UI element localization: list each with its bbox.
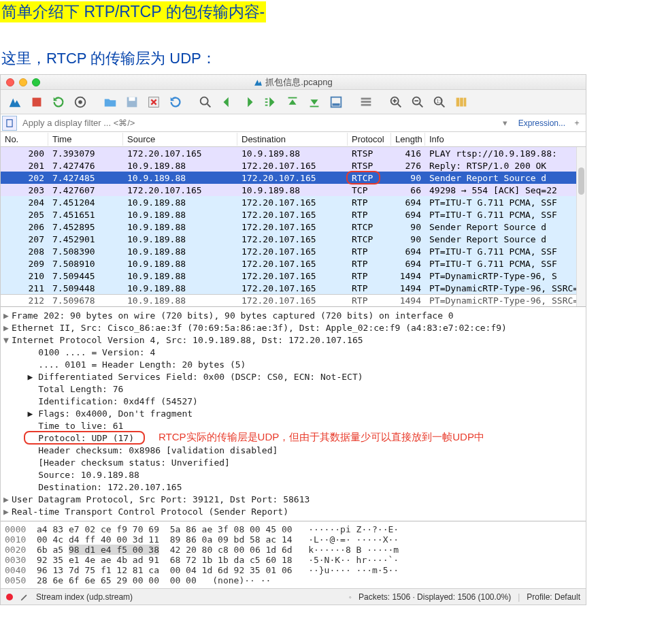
- edit-icon[interactable]: [20, 592, 29, 602]
- go-first-button[interactable]: [282, 92, 303, 112]
- zoom-out-button[interactable]: [407, 92, 428, 112]
- packet-list[interactable]: 2007.393079172.20.107.16510.9.189.88RTSP…: [1, 147, 586, 306]
- article-heading-1: 简单介绍下 RTP/RTCP 的包传输内容-: [0, 1, 266, 22]
- go-last-button[interactable]: [304, 92, 324, 112]
- detail-line[interactable]: [Header checksum status: Unverified]: [3, 457, 586, 469]
- auto-scroll-button[interactable]: [326, 92, 346, 112]
- svg-rect-8: [265, 101, 268, 103]
- col-protocol[interactable]: Protocol: [348, 133, 391, 146]
- hex-line[interactable]: 0010 00 4c d4 ff 40 00 3d 11 89 86 0a 09…: [5, 534, 582, 545]
- svg-rect-10: [288, 97, 297, 98]
- detail-line[interactable]: ▶ Differentiated Services Field: 0x00 (D…: [3, 371, 586, 383]
- packet-details-pane[interactable]: ▶ Frame 202: 90 bytes on wire (720 bits)…: [1, 306, 586, 521]
- svg-rect-15: [361, 101, 371, 103]
- svg-point-6: [201, 97, 208, 104]
- table-row[interactable]: 2087.50839010.9.189.88172.20.107.165RTP6…: [1, 245, 586, 257]
- start-capture-button[interactable]: [5, 92, 25, 112]
- col-source[interactable]: Source: [123, 133, 237, 146]
- capture-options-button[interactable]: [70, 92, 90, 112]
- status-bullet-icon: ◦: [349, 592, 352, 602]
- table-row[interactable]: 2027.42748510.9.189.88172.20.107.165RTCP…: [1, 172, 586, 184]
- detail-line[interactable]: Header checksum: 0x8986 [validation disa…: [3, 445, 586, 457]
- detail-line[interactable]: ▶ User Datagram Protocol, Src Port: 3912…: [3, 494, 586, 506]
- zoom-reset-button[interactable]: 1:1: [429, 92, 450, 112]
- svg-rect-13: [333, 103, 340, 106]
- add-filter-button[interactable]: ＋: [571, 117, 583, 129]
- save-file-button[interactable]: [122, 92, 142, 112]
- table-row[interactable]: 2017.42747610.9.189.88172.20.107.165RTSP…: [1, 159, 586, 172]
- svg-point-2: [78, 100, 82, 104]
- hex-line[interactable]: 0040 96 13 7d 75 f1 12 81 ca 00 04 1d 6d…: [5, 565, 582, 575]
- svg-rect-9: [265, 104, 268, 106]
- go-back-button[interactable]: [217, 92, 237, 112]
- packet-list-header[interactable]: No. Time Source Destination Protocol Len…: [1, 132, 586, 147]
- detail-line[interactable]: 0100 .... = Version: 4: [3, 347, 586, 359]
- status-packets: Packets: 1506 · Displayed: 1506 (100.0%): [359, 592, 511, 602]
- table-row[interactable]: 2057.45165110.9.189.88172.20.107.165RTP6…: [1, 208, 586, 221]
- detail-line[interactable]: ▶ Flags: 0x4000, Don't fragment: [3, 408, 586, 420]
- open-file-button[interactable]: [100, 92, 120, 112]
- table-row[interactable]: 2097.50891010.9.189.88172.20.107.165RTP6…: [1, 257, 586, 270]
- detail-line[interactable]: ▶ Frame 202: 90 bytes on wire (720 bits)…: [3, 310, 586, 322]
- col-length[interactable]: Length: [391, 133, 425, 146]
- restart-capture-button[interactable]: [48, 92, 69, 112]
- display-filter-bar: ▾ Expression... ＋: [1, 114, 586, 132]
- table-row[interactable]: 2077.45290110.9.189.88172.20.107.165RTCP…: [1, 233, 586, 245]
- display-filter-input[interactable]: [18, 116, 499, 130]
- col-info[interactable]: Info: [425, 133, 586, 146]
- packet-list-scrollbar[interactable]: [576, 147, 586, 306]
- go-forward-button[interactable]: [239, 92, 259, 112]
- col-time[interactable]: Time: [48, 133, 123, 146]
- col-no[interactable]: No.: [1, 133, 48, 146]
- zoom-in-button[interactable]: [386, 92, 406, 112]
- detail-line[interactable]: .... 0101 = Header Length: 20 bytes (5): [3, 359, 586, 371]
- svg-rect-11: [310, 106, 319, 107]
- hex-line[interactable]: 0050 28 6e 6f 6e 65 29 00 00 00 00 (none…: [5, 575, 582, 585]
- svg-text:1:1: 1:1: [436, 98, 442, 103]
- wireshark-window: 抓包信息.pcapng 1:1 ▾ E: [0, 74, 586, 605]
- resize-columns-button[interactable]: [451, 92, 471, 112]
- svg-rect-14: [361, 97, 371, 99]
- table-row[interactable]: 2007.393079172.20.107.16510.9.189.88RTSP…: [1, 147, 586, 159]
- stop-capture-button[interactable]: [27, 92, 47, 112]
- svg-rect-23: [464, 97, 467, 106]
- detail-line[interactable]: Identification: 0xd4ff (54527): [3, 396, 586, 408]
- svg-rect-22: [460, 97, 463, 106]
- table-row[interactable]: 2047.45120410.9.189.88172.20.107.165RTP6…: [1, 196, 586, 208]
- window-title: 抓包信息.pcapng: [265, 76, 332, 88]
- detail-line[interactable]: Total Length: 76: [3, 383, 586, 396]
- reload-button[interactable]: [165, 92, 186, 112]
- find-packet-button[interactable]: [195, 92, 216, 112]
- table-row[interactable]: 2067.45289510.9.189.88172.20.107.165RTCP…: [1, 221, 586, 233]
- article-heading-2: 这里，RTCP 的传输层为 UDP：: [1, 48, 649, 69]
- detail-line[interactable]: ▼ Internet Protocol Version 4, Src: 10.9…: [3, 334, 586, 347]
- expert-info-icon[interactable]: [6, 594, 13, 600]
- col-destination[interactable]: Destination: [237, 133, 348, 146]
- wireshark-fin-icon: [254, 77, 263, 87]
- detail-line[interactable]: ▶ Ethernet II, Src: Cisco_86:ae:3f (70:6…: [3, 322, 586, 334]
- table-row[interactable]: 2037.427607172.20.107.16510.9.189.88TCP6…: [1, 184, 586, 196]
- status-profile[interactable]: Profile: Default: [527, 592, 580, 602]
- status-left: Stream index (udp.stream): [36, 592, 133, 602]
- filter-dropdown-icon[interactable]: ▾: [499, 118, 512, 128]
- window-titlebar: 抓包信息.pcapng: [1, 75, 586, 90]
- svg-rect-16: [361, 103, 371, 106]
- hex-line[interactable]: 0020 6b a5 98 d1 e4 f5 00 38 42 20 80 c8…: [5, 545, 582, 555]
- detail-line[interactable]: ▶ Real-time Transport Control Protocol (…: [3, 506, 586, 518]
- table-row[interactable]: 2107.50944510.9.189.88172.20.107.165RTP1…: [1, 270, 586, 282]
- close-file-button[interactable]: [144, 92, 164, 112]
- status-bar: Stream index (udp.stream) ◦ Packets: 150…: [1, 588, 586, 605]
- detail-line[interactable]: Source: 10.9.189.88: [3, 469, 586, 481]
- hex-line[interactable]: 0000 a4 83 e7 02 ce f9 70 69 5a 86 ae 3f…: [5, 524, 582, 534]
- expression-button[interactable]: Expression...: [514, 117, 569, 129]
- bookmark-filter-icon[interactable]: [2, 116, 17, 131]
- main-toolbar: 1:1: [1, 90, 586, 114]
- detail-line[interactable]: Destination: 172.20.107.165: [3, 481, 586, 494]
- hex-line[interactable]: 0030 92 35 e1 4e ae 4b ad 91 68 72 1b 1b…: [5, 555, 582, 565]
- go-to-packet-button[interactable]: [261, 92, 281, 112]
- table-row[interactable]: 2127.50967810.9.189.88172.20.107.165RTP1…: [1, 294, 586, 306]
- table-row[interactable]: 2117.50944810.9.189.88172.20.107.165RTP1…: [1, 282, 586, 294]
- packet-bytes-pane[interactable]: 0000 a4 83 e7 02 ce f9 70 69 5a 86 ae 3f…: [1, 521, 586, 588]
- colorize-button[interactable]: [356, 92, 376, 112]
- annotation-text: RTCP实际的传输层是UDP，但由于其数据量少可以直接放到一帧UDP中: [159, 431, 484, 443]
